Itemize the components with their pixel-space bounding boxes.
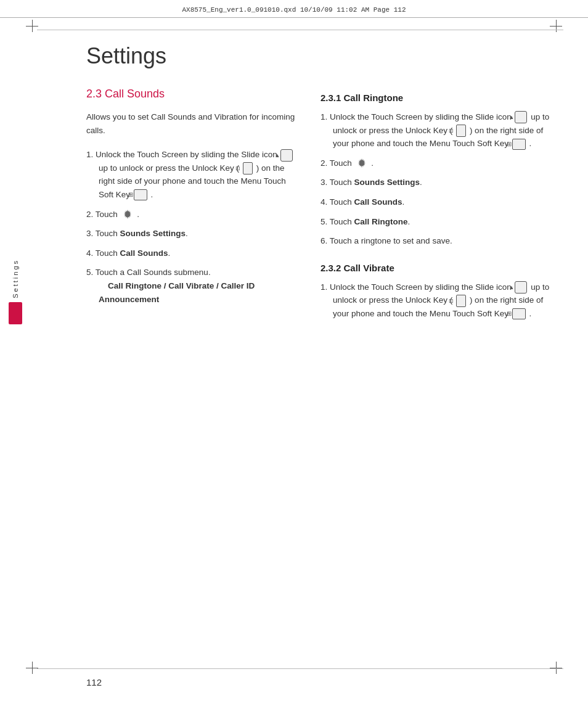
reg-mark-tl	[26, 20, 38, 32]
item-text: .	[186, 229, 188, 238]
item-bold: Sounds Settings	[354, 178, 420, 187]
left-numbered-list: 1. Unlock the Touch Screen by sliding th…	[86, 148, 296, 306]
menu-icon	[512, 139, 526, 150]
intro-text: Allows you to set Call Sounds and Vibrat…	[86, 110, 296, 137]
item-num: 1.	[321, 112, 330, 121]
item-text: .	[420, 178, 422, 187]
item-text: Unlock the Touch Screen by sliding the S…	[330, 282, 513, 292]
list-item: 3. Touch Sounds Settings.	[321, 176, 555, 189]
list-item: 1. Unlock the Touch Screen by sliding th…	[321, 281, 555, 321]
section-heading-23: 2.3 Call Sounds	[86, 88, 296, 101]
item-num: 1.	[321, 282, 330, 292]
gear-icon	[356, 157, 368, 170]
slide-icon	[515, 281, 527, 293]
key-icon	[456, 125, 466, 137]
content-area: Settings 2.3 Call Sounds Allows you to s…	[37, 31, 563, 657]
item-bold: Call Ringtone	[354, 217, 408, 226]
item-text: .	[168, 248, 171, 258]
ringtone-list: 1. Unlock the Touch Screen by sliding th…	[321, 110, 555, 248]
two-column-layout: 2.3 Call Sounds Allows you to set Call S…	[86, 88, 563, 335]
gear-icon	[121, 208, 134, 221]
item-period: .	[529, 139, 531, 148]
item-period: .	[529, 309, 531, 318]
subsection-231: 2.3.1 Call Ringtone 1. Unlock the Touch …	[321, 92, 555, 248]
key-icon	[456, 295, 466, 307]
subsection-heading-232: 2.3.2 Call Vibrate	[321, 263, 555, 273]
slide-icon	[515, 111, 527, 123]
item-text: .	[408, 217, 410, 226]
sidebar-label-block: Settings	[9, 259, 22, 324]
item-period: .	[137, 210, 139, 219]
sidebar-red-bar	[9, 302, 22, 324]
list-item: 5. Touch Call Ringtone.	[321, 215, 555, 229]
sidebar-label: Settings	[12, 259, 19, 298]
top-rule	[37, 30, 563, 30]
reg-mark-bl	[26, 662, 38, 674]
list-item: 5. Touch a Call Sounds submenu. Call Rin…	[86, 266, 296, 306]
page-number: 112	[86, 677, 102, 688]
item-period: .	[371, 158, 374, 168]
subsection-heading-text: 2.3.2 Call Vibrate	[321, 263, 394, 273]
item-text: Unlock the Touch Screen by sliding the S…	[96, 150, 279, 159]
list-item: 4. Touch Call Sounds.	[321, 195, 555, 209]
item-text4: .	[151, 190, 153, 199]
vibrate-list: 1. Unlock the Touch Screen by sliding th…	[321, 281, 555, 321]
item-bold: Call Ringtone / Call Vibrate / Caller ID…	[99, 281, 255, 304]
header-bar: AX8575_Eng_ver1.0_091010.qxd 10/10/09 11…	[0, 6, 588, 18]
reg-mark-br	[550, 662, 562, 674]
menu-icon	[512, 308, 526, 319]
item-num: 5. Touch	[321, 217, 354, 226]
page-container: AX8575_Eng_ver1.0_091010.qxd 10/10/09 11…	[0, 0, 588, 706]
item-num: 1.	[86, 150, 96, 159]
item-bold: Call Sounds	[120, 248, 168, 258]
item-text: .	[402, 197, 405, 207]
slide-icon	[280, 149, 293, 162]
item-bold: Sounds Settings	[120, 229, 186, 238]
item-num: 4. Touch	[86, 248, 120, 258]
reg-mark-tr	[550, 20, 562, 32]
list-item: 4. Touch Call Sounds.	[86, 247, 296, 260]
menu-icon	[134, 189, 147, 200]
subsection-heading-text: 2.3.1 Call Ringtone	[321, 92, 403, 103]
list-item: 2. Touch .	[86, 208, 296, 221]
item-num: 3. Touch	[321, 178, 354, 187]
item-bold: Call Sounds	[354, 197, 402, 207]
right-column: 2.3.1 Call Ringtone 1. Unlock the Touch …	[321, 88, 555, 335]
item-text2: up to unlock or press the Unlock Key (	[99, 163, 239, 173]
header-text: AX8575_Eng_ver1.0_091010.qxd 10/10/09 11…	[182, 6, 406, 14]
left-column: 2.3 Call Sounds Allows you to set Call S…	[86, 88, 296, 335]
subsection-232: 2.3.2 Call Vibrate 1. Unlock the Touch S…	[321, 263, 555, 321]
bottom-rule	[37, 668, 563, 669]
list-item: 1. Unlock the Touch Screen by sliding th…	[86, 148, 296, 201]
list-item: 1. Unlock the Touch Screen by sliding th…	[321, 110, 555, 150]
item-num: 2. Touch	[86, 210, 120, 219]
item-text: Unlock the Touch Screen by sliding the S…	[330, 112, 513, 121]
item-num: 6. Touch a ringtone to set and save.	[321, 236, 452, 245]
list-item: 2. Touch .	[321, 157, 555, 170]
list-item: 3. Touch Sounds Settings.	[86, 227, 296, 240]
page-title: Settings	[86, 43, 563, 69]
item-num: 4. Touch	[321, 197, 354, 207]
item-num: 2. Touch	[321, 158, 354, 168]
item-num: 3. Touch	[86, 229, 120, 238]
list-item: 6. Touch a ringtone to set and save.	[321, 234, 555, 248]
subsection-heading-231: 2.3.1 Call Ringtone	[321, 92, 555, 103]
key-icon	[243, 162, 253, 174]
